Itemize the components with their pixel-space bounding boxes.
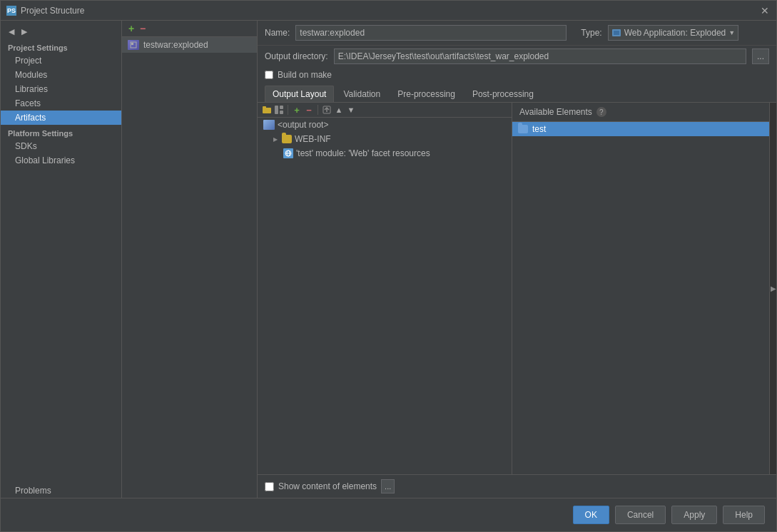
output-layout-area: + − ▲ ▼ xyxy=(258,103,776,474)
sidebar-item-facets[interactable]: Facets xyxy=(1,96,121,111)
nav-forward-icon[interactable]: ▶ xyxy=(19,26,29,36)
webapp-exploded-icon xyxy=(611,28,621,38)
available-panel-collapse[interactable]: ▶ xyxy=(769,103,776,474)
tree-folder-icon xyxy=(262,105,272,115)
artifact-item-testwar[interactable]: testwar:exploded xyxy=(122,37,257,53)
close-button[interactable]: ✕ xyxy=(759,5,771,16)
sidebar-item-project[interactable]: Project xyxy=(1,53,121,68)
bottom-bar: Show content of elements ... xyxy=(258,474,776,498)
available-list: test xyxy=(512,122,769,474)
tree-item-web-resources-label: 'test' module: 'Web' facet resources xyxy=(296,148,430,158)
available-item-test[interactable]: test xyxy=(512,122,769,136)
tree-toolbar-sep2 xyxy=(318,105,318,115)
name-label: Name: xyxy=(265,28,290,38)
cancel-button[interactable]: Cancel xyxy=(615,506,666,524)
artifact-list-toolbar: + − xyxy=(122,21,257,37)
tree-item-web-inf[interactable]: ▶ WEB-INF xyxy=(258,132,512,146)
output-dir-browse-button[interactable]: ... xyxy=(752,48,769,64)
available-help-icon[interactable]: ? xyxy=(596,107,606,117)
tree-add-button[interactable]: + xyxy=(292,105,302,115)
show-content-label: Show content of elements xyxy=(278,481,377,491)
sidebar: ◀ ▶ Project Settings Project Modules Lib… xyxy=(1,21,122,498)
svg-rect-8 xyxy=(280,111,283,114)
tree-move-up-button[interactable]: ▲ xyxy=(334,105,344,115)
sidebar-toolbar: ◀ ▶ xyxy=(1,24,121,39)
web-resources-icon xyxy=(283,148,293,158)
project-settings-label: Project Settings xyxy=(1,39,121,53)
available-header: Available Elements ? xyxy=(512,103,769,122)
svg-rect-1 xyxy=(131,43,133,45)
svg-rect-5 xyxy=(263,106,266,108)
tab-validation[interactable]: Validation xyxy=(335,86,388,102)
footer: OK Cancel Apply Help xyxy=(1,498,776,531)
nav-back-icon[interactable]: ◀ xyxy=(6,26,16,36)
sidebar-item-problems[interactable]: Problems xyxy=(1,484,121,498)
ok-button[interactable]: OK xyxy=(573,506,609,524)
window-title: Project Structure xyxy=(21,6,84,16)
right-panel: + − testwar:exploded xyxy=(122,21,776,498)
svg-rect-6 xyxy=(275,106,278,114)
window-icon: PS xyxy=(6,6,16,16)
type-dropdown[interactable]: Web Application: Exploded ▼ xyxy=(608,25,738,41)
available-header-text: Available Elements xyxy=(519,107,592,117)
tree-move-to-button[interactable] xyxy=(322,105,332,115)
tree-item-web-inf-label: WEB-INF xyxy=(295,134,331,144)
tree-remove-button[interactable]: − xyxy=(304,105,314,115)
main-window: PS Project Structure ✕ ◀ ▶ Project Setti… xyxy=(0,0,777,532)
detail-panel: Name: Type: Web Application: Exploded ▼ xyxy=(258,21,776,498)
tree-item-web-resources[interactable]: 'test' module: 'Web' facet resources xyxy=(258,146,512,160)
sidebar-item-modules[interactable]: Modules xyxy=(1,68,121,82)
tree-layout-icon xyxy=(274,105,284,115)
tree-item-output-root-label: <output root> xyxy=(278,120,328,130)
output-dir-label: Output directory: xyxy=(265,51,328,61)
artifact-list-panel: + − testwar:exploded xyxy=(122,21,258,498)
remove-artifact-button[interactable]: − xyxy=(138,24,148,34)
tree-item-output-root[interactable]: <output root> xyxy=(258,118,512,132)
add-artifact-button[interactable]: + xyxy=(126,24,136,34)
main-content: ◀ ▶ Project Settings Project Modules Lib… xyxy=(1,21,776,498)
tree-toolbar-sep xyxy=(288,105,288,115)
web-inf-chevron[interactable]: ▶ xyxy=(272,136,279,143)
platform-settings-label: Platform Settings xyxy=(1,125,121,139)
tab-post-processing[interactable]: Post-processing xyxy=(464,86,542,102)
more-options-button[interactable]: ... xyxy=(381,479,395,493)
title-bar: PS Project Structure ✕ xyxy=(1,1,776,21)
sidebar-item-artifacts[interactable]: Artifacts xyxy=(1,111,121,125)
output-root-icon xyxy=(263,120,275,130)
name-type-row: Name: Type: Web Application: Exploded ▼ xyxy=(258,21,776,46)
show-content-checkbox[interactable] xyxy=(265,482,274,491)
svg-rect-3 xyxy=(614,31,619,35)
sidebar-item-libraries[interactable]: Libraries xyxy=(1,82,121,96)
tree-toolbar: + − ▲ ▼ xyxy=(258,103,512,118)
test-module-folder-icon xyxy=(518,125,528,133)
tree-panel: + − ▲ ▼ xyxy=(258,103,512,474)
tab-pre-processing[interactable]: Pre-processing xyxy=(390,86,463,102)
apply-button[interactable]: Apply xyxy=(671,506,717,524)
title-bar-left: PS Project Structure xyxy=(6,6,84,16)
artifact-label: testwar:exploded xyxy=(143,40,208,50)
output-dir-input[interactable] xyxy=(334,48,746,64)
help-button[interactable]: Help xyxy=(723,506,765,524)
build-on-make-checkbox[interactable] xyxy=(265,71,273,79)
type-dropdown-arrow: ▼ xyxy=(728,29,735,36)
artifact-list: testwar:exploded xyxy=(122,37,257,498)
svg-rect-7 xyxy=(280,106,283,109)
sidebar-item-global-libraries[interactable]: Global Libraries xyxy=(1,153,121,168)
output-dir-row: Output directory: ... xyxy=(258,46,776,67)
available-item-test-label: test xyxy=(532,124,546,134)
tree-move-down-button[interactable]: ▼ xyxy=(346,105,356,115)
name-input[interactable] xyxy=(295,25,567,41)
build-on-make-label: Build on make xyxy=(278,70,332,80)
tab-output-layout[interactable]: Output Layout xyxy=(265,86,334,102)
available-elements-panel: Available Elements ? test xyxy=(512,103,769,474)
web-inf-folder-icon xyxy=(282,135,292,143)
build-on-make-row: Build on make xyxy=(258,67,776,83)
tabs-bar: Output Layout Validation Pre-processing … xyxy=(258,83,776,103)
artifact-icon xyxy=(128,40,139,50)
type-label: Type: xyxy=(581,28,601,38)
type-value: Web Application: Exploded xyxy=(624,28,726,38)
svg-rect-4 xyxy=(263,108,271,113)
sidebar-item-sdks[interactable]: SDKs xyxy=(1,139,121,153)
tree-content: <output root> ▶ WEB-INF xyxy=(258,118,512,474)
